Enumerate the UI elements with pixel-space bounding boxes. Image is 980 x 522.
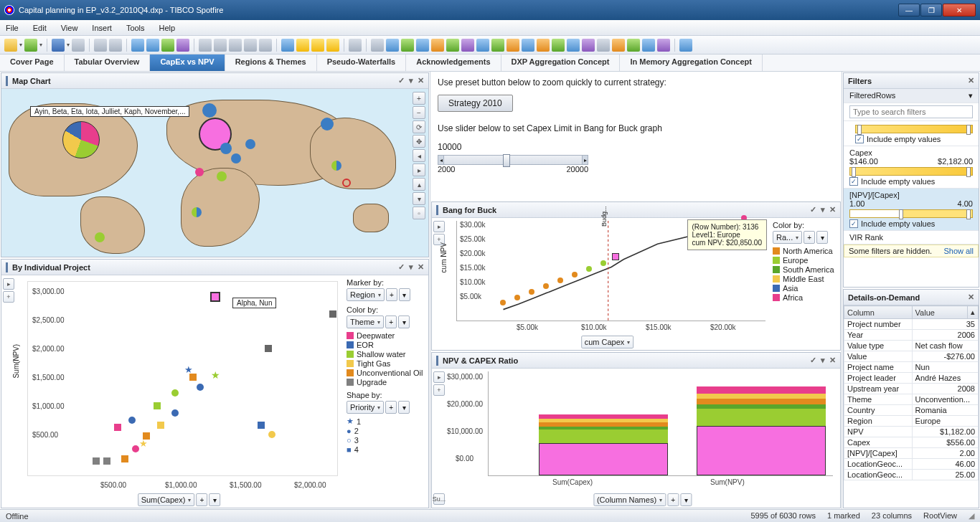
table-row[interactable]: NPV$1,182.00 [844,427,979,437]
extra1-viz-icon[interactable] [642,39,655,52]
legend-item[interactable]: Upgrade [347,378,425,386]
text-viz-icon[interactable] [597,39,610,52]
menu-edit[interactable]: Edit [33,24,47,32]
panel-confirm-icon[interactable]: ✓ [398,76,405,85]
scatter-chart-area[interactable]: $3,000.00 $2,500.00 $2,000.00 $1,500.00 … [27,281,338,476]
undo-icon[interactable] [131,39,144,52]
table-row[interactable]: LocationGeoc...46.00 [844,459,979,470]
legend-item[interactable]: Africa [773,293,837,302]
legend-item[interactable]: Unconventional Oil [347,369,425,377]
tab-memory-aggregation[interactable]: In Memory Aggregation Concept [620,54,763,71]
map-up-icon[interactable]: ▴ [413,178,425,191]
scatter-markerby-dropdown[interactable]: Region▾ [347,288,385,301]
pie-viz-icon[interactable] [446,39,459,52]
layout2-icon[interactable] [214,39,227,52]
scatter3d-viz-icon[interactable] [476,39,489,52]
tab-pseudo-waterfalls[interactable]: Pseudo-Waterfalls [317,54,407,71]
crosstab-viz-icon[interactable] [386,39,399,52]
legend-item[interactable]: Shallow water [347,350,425,359]
legend-item[interactable]: EOR [347,341,425,349]
menu-tools[interactable]: Tools [126,24,145,32]
panel-close-icon[interactable]: ✕ [418,262,424,272]
status-resize-grip-icon[interactable]: ◢ [969,511,974,521]
map-pan-icon[interactable]: ✥ [413,135,425,148]
treemap-viz-icon[interactable] [507,39,519,52]
scatter-x-add[interactable]: + [196,493,207,506]
network-viz-icon[interactable] [627,39,640,52]
redo-icon[interactable] [146,39,159,52]
settings-icon[interactable] [176,39,189,52]
print-icon[interactable] [72,39,85,52]
filters-close-icon[interactable]: ✕ [968,76,974,85]
boxplot-viz-icon[interactable] [582,39,595,52]
layout3-icon[interactable] [229,39,242,52]
npv-x-dropdown[interactable]: (Column Names)▾ [593,493,666,506]
paste-icon[interactable] [109,39,122,52]
legend-item[interactable]: Asia [773,284,837,293]
map-left-icon[interactable]: ◂ [413,149,425,162]
scatter-colorby-dropdown[interactable]: Theme▾ [347,315,384,328]
open-icon[interactable] [4,39,17,52]
panel-menu-icon[interactable]: ▾ [409,76,413,85]
tab-acknowledgements[interactable]: Acknowledgements [406,54,501,71]
summary-viz-icon[interactable] [567,39,580,52]
details-close-icon[interactable]: ✕ [968,293,974,302]
capex-limit-slider[interactable]: ◂ ▸ [438,155,588,165]
strategy-button[interactable]: Strategy 2010 [438,95,513,112]
map-down-icon[interactable]: ▾ [413,192,425,205]
legend-item[interactable]: Deepwater [347,331,425,340]
map-zoomin-icon[interactable]: + [413,92,425,105]
table-row[interactable]: Project nameNun [844,362,979,373]
bang-x-dropdown[interactable]: cum Capex▾ [581,336,634,348]
map-right-icon[interactable]: ▸ [413,163,425,176]
panel-confirm-icon[interactable]: ✓ [398,262,405,272]
layout4-icon[interactable] [244,39,257,52]
tab-regions-themes[interactable]: Regions & Themes [225,54,317,71]
add-icon[interactable] [24,39,37,52]
scatter-x-dropdown[interactable]: Sum(Capex)▾ [138,493,195,506]
capex-range-slider[interactable] [849,167,973,176]
table-row[interactable]: RegionEurope [844,416,979,427]
tab-dxp-aggregation[interactable]: DXP Aggregation Concept [501,54,621,71]
scatter-x-menu[interactable]: ▾ [209,493,220,506]
ratio-range-slider[interactable] [849,209,973,218]
panel-close-icon[interactable]: ✕ [418,76,424,85]
map-zoomout-icon[interactable]: − [413,106,425,119]
table-row[interactable]: Value-$276.00 [844,351,979,362]
table-row[interactable]: LocationGeoc...25.00 [844,470,979,480]
tab-tabular-overview[interactable]: Tabular Overview [65,54,151,71]
extra2-viz-icon[interactable] [657,39,670,52]
combo-viz-icon[interactable] [431,39,444,52]
bang-chart-area[interactable]: cum NPV $30.00k $25.00k $20.00k $15.00k … [445,218,770,350]
parallel-viz-icon[interactable] [552,39,565,52]
menu-file[interactable]: File [6,24,19,32]
table-row[interactable]: Value typeNet cash flow [844,341,979,351]
table-row[interactable]: Project leaderAndré Hazes [844,373,979,384]
bar-viz-icon[interactable] [401,39,414,52]
save-icon[interactable] [52,39,65,52]
legend-item[interactable]: Europe [773,256,837,265]
bookmark2-icon[interactable] [311,39,324,52]
scatter-shapeby-dropdown[interactable]: Priority▾ [347,401,384,414]
layout5-icon[interactable] [259,39,272,52]
table-row[interactable]: Upstream year2008 [844,384,979,394]
window-maximize-button[interactable]: ❐ [920,4,942,16]
npv-capex-chart-area[interactable]: $30,000.00 $20,000.00 $10,000.00 $0.00 [445,369,840,508]
table-row[interactable]: [NPV]/[Capex]2.00 [844,448,979,459]
kpi-viz-icon[interactable] [537,39,550,52]
menu-insert[interactable]: Insert [92,24,112,32]
graphical-viz-icon[interactable] [612,39,625,52]
legend-item[interactable]: Tight Gas [347,359,425,368]
table-row[interactable]: CountryRomania [844,405,979,416]
tab-cover-page[interactable]: Cover Page [0,54,65,71]
window-minimize-button[interactable]: — [898,4,920,16]
bang-colorby-dropdown[interactable]: Ra...▾ [773,231,802,244]
scatter-viz-icon[interactable] [461,39,474,52]
map-viz-icon[interactable] [491,39,504,52]
table-viz-icon[interactable] [371,39,384,52]
filter-icon[interactable] [281,39,294,52]
legend-item[interactable]: South America [773,265,837,274]
table-row[interactable]: Capex$556.00 [844,437,979,448]
heatmap-viz-icon[interactable] [522,39,534,52]
legend-item[interactable]: Middle East [773,275,837,283]
